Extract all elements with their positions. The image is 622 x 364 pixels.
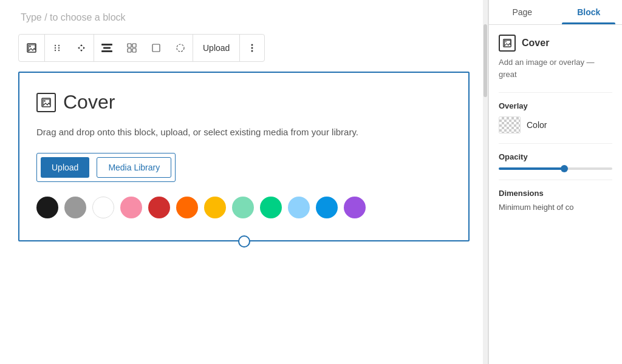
frame-btn[interactable] (144, 35, 168, 61)
cover-block-title: Cover (63, 91, 115, 113)
svg-point-18 (251, 47, 253, 49)
svg-point-3 (55, 47, 56, 49)
sidebar-content: Cover Add an image or overlay — great Ov… (489, 25, 622, 364)
tab-block[interactable]: Block (556, 0, 623, 24)
more-options-btn[interactable] (240, 35, 264, 61)
drag-handle-btn[interactable] (45, 35, 69, 61)
svg-point-5 (58, 45, 60, 46)
cover-buttons-group: Upload Media Library (36, 153, 176, 182)
svg-point-1 (29, 46, 30, 47)
svg-rect-15 (152, 44, 160, 52)
sidebar-color-row: Color (499, 116, 612, 133)
cover-block: Cover Drag and drop onto this block, upl… (18, 72, 470, 241)
toolbar-group-drag (45, 35, 94, 61)
svg-point-7 (58, 50, 60, 51)
block-placeholder: Type / to choose a block (18, 12, 470, 23)
sidebar: Page Block Cover Add an image or overlay… (488, 0, 622, 364)
color-swatch-light-green[interactable] (232, 197, 254, 218)
color-preview[interactable] (499, 116, 521, 133)
svg-rect-13 (128, 49, 131, 52)
toolbar-group-media: Upload (193, 35, 240, 61)
svg-point-4 (55, 50, 56, 51)
scrollbar[interactable] (483, 0, 488, 364)
tab-page[interactable]: Page (489, 0, 556, 24)
color-swatch-pink[interactable] (120, 197, 142, 218)
sidebar-tabs: Page Block (489, 0, 622, 25)
move-btn[interactable] (69, 35, 94, 61)
sidebar-block-title: Cover (522, 38, 549, 49)
svg-rect-10 (101, 50, 112, 52)
align-center-btn[interactable] (94, 35, 120, 61)
drag-resize-handle[interactable] (238, 235, 250, 248)
opacity-label: Opacity (499, 152, 612, 161)
opacity-slider[interactable] (499, 167, 612, 170)
sidebar-divider-2 (499, 143, 612, 144)
svg-point-6 (58, 47, 60, 49)
svg-point-17 (251, 44, 253, 46)
overlay-label: Overlay (499, 101, 612, 110)
color-swatch-purple[interactable] (344, 197, 366, 218)
color-swatch-white[interactable] (92, 197, 114, 218)
toolbar-group-more (240, 35, 264, 61)
media-library-btn[interactable]: Media Library (97, 157, 171, 178)
svg-rect-14 (132, 49, 136, 52)
sidebar-divider-3 (499, 180, 612, 180)
color-swatch-yellow[interactable] (204, 197, 226, 218)
cover-block-icon (36, 93, 56, 112)
dimensions-label: Dimensions (499, 189, 612, 198)
color-swatch-blue[interactable] (316, 197, 338, 218)
sidebar-divider-1 (499, 92, 612, 93)
toolbar-group-type (19, 35, 45, 61)
svg-rect-9 (103, 47, 111, 49)
color-swatch-gray[interactable] (64, 197, 86, 218)
sidebar-block-header: Cover (499, 35, 612, 52)
cover-block-header: Cover (36, 91, 451, 113)
svg-rect-8 (101, 44, 112, 46)
color-swatch-black[interactable] (36, 197, 58, 218)
color-swatch-light-blue[interactable] (288, 197, 310, 218)
upload-btn[interactable]: Upload (41, 157, 89, 178)
scrollbar-thumb (484, 24, 487, 97)
circle-btn[interactable] (168, 35, 193, 61)
toolbar-group-align (94, 35, 193, 61)
grid-layout-btn[interactable] (120, 35, 144, 61)
sidebar-cover-icon (499, 35, 516, 52)
svg-point-19 (251, 50, 253, 52)
color-swatch-orange[interactable] (176, 197, 198, 218)
svg-rect-11 (128, 44, 131, 47)
block-toolbar: Upload (18, 34, 265, 62)
color-swatch-green[interactable] (260, 197, 282, 218)
min-height-label: Minimum height of co (499, 203, 612, 212)
color-swatches (36, 197, 451, 218)
svg-point-21 (44, 100, 45, 101)
svg-point-23 (505, 41, 507, 42)
cover-type-btn[interactable] (19, 35, 44, 61)
add-media-btn[interactable]: Upload (193, 35, 239, 61)
sidebar-color-label: Color (527, 120, 547, 130)
sidebar-block-desc: Add an image or overlay — great (499, 56, 612, 80)
svg-point-2 (55, 45, 56, 46)
svg-rect-12 (132, 44, 136, 47)
cover-description: Drag and drop onto this block, upload, o… (36, 126, 451, 140)
svg-point-16 (177, 44, 184, 52)
color-swatch-red[interactable] (148, 197, 170, 218)
